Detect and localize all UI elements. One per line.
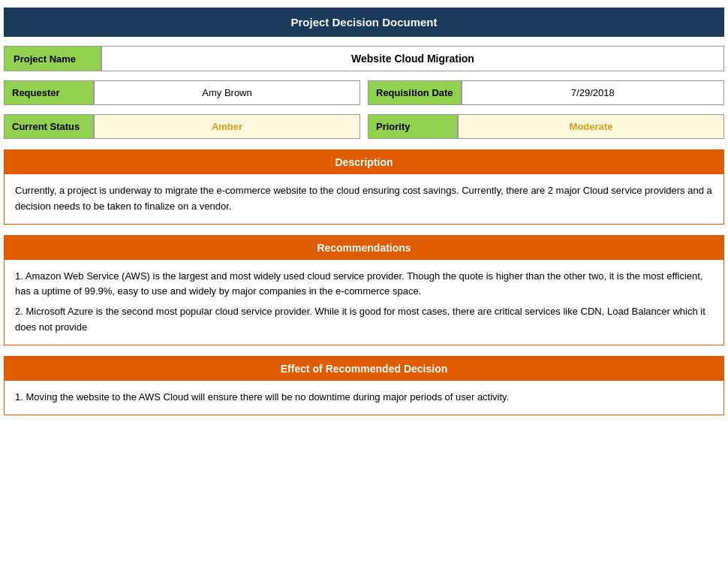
effect-title: Effect of Recommended Decision bbox=[5, 357, 723, 381]
current-status-cell: Current Status Amber bbox=[4, 114, 360, 139]
effect-content: 1. Moving the website to the AWS Cloud w… bbox=[5, 381, 723, 415]
project-name-row: Project Name Website Cloud Migration bbox=[4, 46, 724, 71]
effect-section: Effect of Recommended Decision 1. Moving… bbox=[4, 356, 724, 415]
document-header: Project Decision Document bbox=[4, 8, 724, 37]
requester-value: Amy Brown bbox=[95, 81, 359, 104]
recommendations-content: 1. Amazon Web Service (AWS) is the large… bbox=[5, 260, 723, 345]
requisition-date-label: Requisition Date bbox=[369, 81, 462, 104]
description-title: Description bbox=[5, 150, 723, 174]
description-section: Description Currently, a project is unde… bbox=[4, 149, 724, 225]
requisition-date-cell: Requisition Date 7/29/2018 bbox=[368, 80, 724, 105]
priority-label: Priority bbox=[369, 115, 459, 138]
current-status-value: Amber bbox=[95, 115, 359, 138]
requester-date-row: Requester Amy Brown Requisition Date 7/2… bbox=[4, 80, 724, 105]
recommendations-section: Recommendations 1. Amazon Web Service (A… bbox=[4, 235, 724, 345]
description-content: Currently, a project is underway to migr… bbox=[5, 174, 723, 224]
recommendations-item-1: 1. Amazon Web Service (AWS) is the large… bbox=[15, 269, 713, 300]
project-name-value: Website Cloud Migration bbox=[102, 47, 723, 71]
priority-value: Moderate bbox=[459, 115, 723, 138]
current-status-label: Current Status bbox=[5, 115, 95, 138]
requisition-date-value: 7/29/2018 bbox=[462, 81, 723, 104]
requester-cell: Requester Amy Brown bbox=[4, 80, 360, 105]
priority-cell: Priority Moderate bbox=[368, 114, 724, 139]
project-name-label: Project Name bbox=[5, 47, 102, 71]
document-title: Project Decision Document bbox=[290, 16, 437, 29]
recommendations-item-2: 2. Microsoft Azure is the second most po… bbox=[15, 304, 713, 336]
recommendations-title: Recommendations bbox=[5, 236, 723, 260]
status-priority-row: Current Status Amber Priority Moderate bbox=[4, 114, 724, 139]
requester-label: Requester bbox=[5, 81, 95, 104]
